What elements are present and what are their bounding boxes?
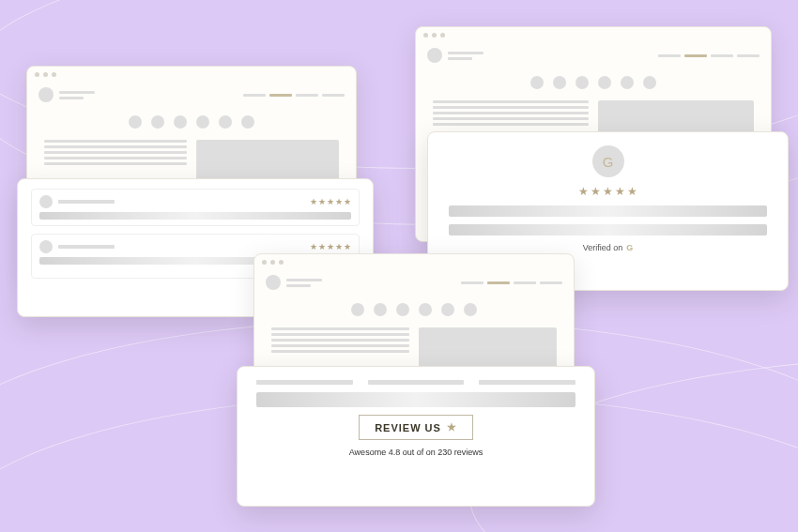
google-icon: G bbox=[626, 243, 633, 252]
avatar-icon bbox=[39, 195, 53, 208]
text-placeholder bbox=[256, 392, 575, 407]
reviewer-name-placeholder bbox=[58, 245, 115, 249]
reviewer-name-placeholder bbox=[58, 200, 115, 204]
review-us-button[interactable]: REVIEW US★ bbox=[359, 415, 473, 440]
avatar-icon bbox=[39, 240, 53, 253]
titlebar bbox=[254, 254, 574, 269]
text-placeholder-row bbox=[256, 380, 575, 385]
nav-dots bbox=[416, 68, 771, 97]
cta-widget: REVIEW US★ Awesome 4.8 out of on 230 rev… bbox=[237, 366, 595, 507]
verified-label: Verified onG bbox=[583, 243, 634, 252]
header bbox=[27, 82, 356, 108]
logo-circle bbox=[266, 275, 281, 290]
titlebar bbox=[27, 67, 356, 82]
review-card[interactable]: ★★★★★ bbox=[31, 189, 360, 226]
star-rating: ★★★★★ bbox=[310, 242, 351, 251]
nav-dots bbox=[254, 296, 574, 324]
text-placeholder bbox=[449, 205, 767, 217]
star-rating: ★★★★★ bbox=[578, 185, 637, 198]
header bbox=[254, 269, 574, 296]
titlebar bbox=[416, 27, 771, 42]
logo-circle bbox=[427, 48, 442, 63]
header bbox=[416, 42, 771, 68]
star-rating: ★★★★★ bbox=[310, 197, 351, 206]
text-placeholder bbox=[39, 212, 351, 220]
text-placeholder bbox=[449, 224, 767, 236]
google-avatar-icon: G bbox=[592, 145, 624, 177]
rating-subtitle: Awesome 4.8 out of on 230 reviews bbox=[349, 448, 483, 457]
star-icon: ★ bbox=[447, 421, 457, 433]
logo-circle bbox=[38, 87, 54, 102]
nav-dots bbox=[27, 108, 356, 136]
